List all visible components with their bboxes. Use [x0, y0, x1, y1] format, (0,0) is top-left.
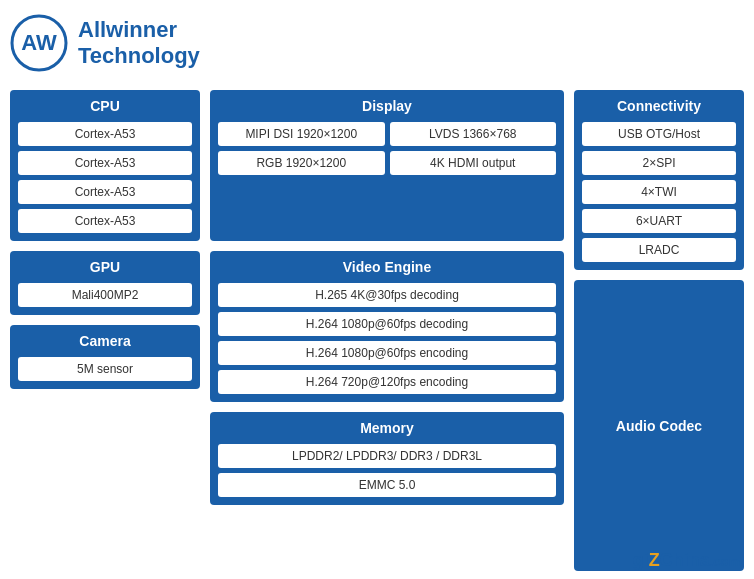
- display-block: Display MIPI DSI 1920×1200 LVDS 1366×768…: [210, 90, 564, 241]
- video-item-0: H.265 4K@30fps decoding: [218, 283, 556, 307]
- display-grid: MIPI DSI 1920×1200 LVDS 1366×768 RGB 192…: [218, 122, 556, 175]
- video-item-3: H.264 720p@120fps encoding: [218, 370, 556, 394]
- cpu-title: CPU: [18, 98, 192, 114]
- connectivity-item-0: USB OTG/Host: [582, 122, 736, 146]
- cpu-item-0: Cortex-A53: [18, 122, 192, 146]
- connectivity-block: Connectivity USB OTG/Host 2×SPI 4×TWI 6×…: [574, 90, 744, 270]
- camera-title: Camera: [18, 333, 192, 349]
- right-column: Connectivity USB OTG/Host 2×SPI 4×TWI 6×…: [574, 90, 744, 571]
- watermark-suffix: China: [660, 550, 710, 570]
- watermark-prefix: gi: [633, 550, 649, 570]
- memory-item-0: LPDDR2/ LPDDR3/ DDR3 / DDR3L: [218, 444, 556, 468]
- connectivity-item-2: 4×TWI: [582, 180, 736, 204]
- gpu-title: GPU: [18, 259, 192, 275]
- svg-text:AW: AW: [21, 30, 57, 55]
- video-item-2: H.264 1080p@60fps encoding: [218, 341, 556, 365]
- logo-container: AW Allwinner Technology: [10, 14, 200, 72]
- watermark: giZChina.com: [633, 550, 740, 571]
- display-item-3: 4K HDMI output: [390, 151, 557, 175]
- mid-bottom-col: Video Engine H.265 4K@30fps decoding H.2…: [210, 251, 564, 505]
- connectivity-item-1: 2×SPI: [582, 151, 736, 175]
- display-title: Display: [218, 98, 556, 114]
- camera-block: Camera 5M sensor: [10, 325, 200, 389]
- memory-title: Memory: [218, 420, 556, 436]
- video-title: Video Engine: [218, 259, 556, 275]
- display-item-2: RGB 1920×1200: [218, 151, 385, 175]
- company-line2: Technology: [78, 43, 200, 69]
- left-bottom-col: GPU Mali400MP2 Camera 5M sensor: [10, 251, 200, 505]
- watermark-accent: Z: [649, 550, 660, 570]
- audio-title: Audio Codec: [616, 418, 702, 434]
- cpu-item-2: Cortex-A53: [18, 180, 192, 204]
- display-item-0: MIPI DSI 1920×1200: [218, 122, 385, 146]
- audio-codec-block: Audio Codec: [574, 280, 744, 571]
- header: AW Allwinner Technology: [10, 10, 744, 76]
- memory-item-1: EMMC 5.0: [218, 473, 556, 497]
- cpu-item-3: Cortex-A53: [18, 209, 192, 233]
- video-item-1: H.264 1080p@60fps decoding: [218, 312, 556, 336]
- camera-item-0: 5M sensor: [18, 357, 192, 381]
- company-name: Allwinner Technology: [78, 17, 200, 70]
- gpu-block: GPU Mali400MP2: [10, 251, 200, 315]
- display-item-1: LVDS 1366×768: [390, 122, 557, 146]
- watermark-tld: .com: [710, 554, 740, 569]
- aw-logo-icon: AW: [10, 14, 68, 72]
- video-engine-block: Video Engine H.265 4K@30fps decoding H.2…: [210, 251, 564, 402]
- gpu-item-0: Mali400MP2: [18, 283, 192, 307]
- connectivity-item-3: 6×UART: [582, 209, 736, 233]
- memory-block: Memory LPDDR2/ LPDDR3/ DDR3 / DDR3L EMMC…: [210, 412, 564, 505]
- connectivity-item-4: LRADC: [582, 238, 736, 262]
- cpu-block: CPU Cortex-A53 Cortex-A53 Cortex-A53 Cor…: [10, 90, 200, 241]
- company-line1: Allwinner: [78, 17, 200, 43]
- page: AW Allwinner Technology CPU Cortex-A53 C…: [0, 0, 754, 579]
- connectivity-title: Connectivity: [582, 98, 736, 114]
- cpu-item-1: Cortex-A53: [18, 151, 192, 175]
